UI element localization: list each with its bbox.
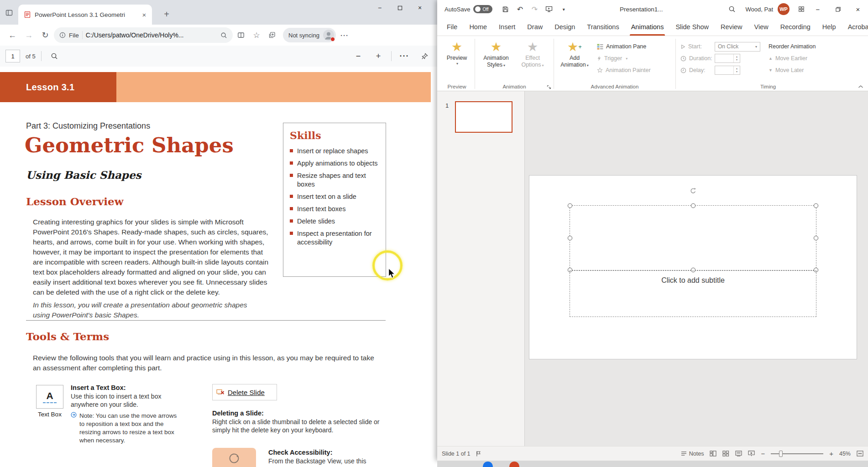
taskbar-powerpoint-icon[interactable] — [509, 462, 519, 467]
slide-sorter-view-icon[interactable] — [722, 451, 729, 457]
slideshow-view-icon[interactable] — [748, 451, 755, 457]
tab-insert[interactable]: Insert — [493, 18, 521, 36]
tab-review[interactable]: Review — [715, 18, 748, 36]
slide-thumbnail[interactable] — [455, 101, 512, 133]
zoom-out-icon[interactable]: − — [351, 49, 366, 63]
preview-button[interactable]: ★ Preview ▾ — [440, 37, 474, 66]
tab-help[interactable]: Help — [816, 18, 842, 36]
animation-dialog-launcher-icon[interactable] — [547, 85, 551, 89]
zoom-slider[interactable] — [771, 453, 823, 454]
ppt-close-button[interactable]: × — [848, 0, 868, 18]
grid-icon[interactable] — [795, 3, 808, 16]
animation-pane-button[interactable]: Animation Pane — [597, 41, 651, 52]
check-accessibility-body: From the Backstage View, use this — [268, 457, 391, 465]
delay-spinner[interactable]: ▴▾ — [715, 66, 740, 75]
pdf-more-options-icon[interactable]: ··· — [397, 49, 412, 63]
slide[interactable]: Click to add subtitle — [529, 175, 857, 359]
tab-draw[interactable]: Draw — [521, 18, 549, 36]
document-title-label: Presentation1... — [620, 0, 663, 18]
fit-slide-to-window-icon[interactable] — [857, 451, 863, 457]
animation-painter-button[interactable]: Animation Painter — [597, 64, 651, 76]
browser-minimize-button[interactable]: − — [370, 1, 390, 15]
undo-icon[interactable]: ↶ — [513, 3, 526, 16]
duration-row: Duration: ▴▾ — [680, 52, 760, 64]
rotate-handle-icon[interactable] — [690, 187, 696, 194]
resize-handle[interactable] — [568, 236, 572, 240]
resize-handle[interactable] — [814, 203, 818, 208]
profile-button[interactable]: Not syncing — [283, 28, 336, 42]
browser-tab[interactable]: PowerPoint Lesson 3.1 Geometri × — [18, 5, 152, 25]
zoom-slider-thumb[interactable] — [779, 451, 783, 457]
favorites-icon[interactable]: ☆ — [249, 28, 264, 42]
browser-menu-icon[interactable]: ··· — [337, 27, 352, 43]
user-avatar[interactable]: WP — [778, 3, 790, 15]
tab-view[interactable]: View — [748, 18, 774, 36]
start-slideshow-icon[interactable] — [543, 3, 555, 16]
add-animation-chevron-icon: ▾ — [587, 63, 589, 67]
animations-ribbon: ★ Preview ▾ Preview ★ Animation Styles▾ … — [437, 36, 868, 91]
ppt-title-bar: AutoSave Off ↶ ↷ ▾ Presentation1... — [437, 0, 868, 18]
vertical-tabs-icon[interactable] — [4, 7, 15, 18]
info-icon[interactable] — [59, 32, 66, 38]
zoom-in-icon[interactable]: + — [371, 49, 386, 63]
effect-options-button[interactable]: ★ Effect Options▾ — [514, 37, 551, 69]
start-dropdown[interactable]: On Click ▾ — [715, 42, 760, 52]
pdf-search-icon[interactable] — [47, 49, 62, 63]
tab-recording[interactable]: Recording — [774, 18, 816, 36]
autosave-toggle[interactable]: AutoSave Off — [444, 5, 492, 13]
tab-home[interactable]: Home — [463, 18, 493, 36]
pin-toolbar-icon[interactable] — [417, 49, 432, 63]
taskbar-edge-icon[interactable] — [483, 462, 493, 467]
autosave-state: Off — [482, 7, 488, 12]
browser-close-button[interactable]: × — [410, 1, 430, 15]
add-animation-button[interactable]: ★+ Add Animation▾ — [555, 37, 594, 69]
tab-file[interactable]: File — [441, 18, 463, 36]
search-icon[interactable] — [726, 3, 738, 16]
collapse-ribbon-icon[interactable] — [858, 85, 863, 88]
tab-transitions[interactable]: Transitions — [581, 18, 625, 36]
ppt-restore-button[interactable] — [828, 0, 848, 18]
tab-animations[interactable]: Animations — [625, 18, 670, 36]
customize-qat-chevron-icon[interactable]: ▾ — [557, 3, 570, 16]
ppt-minimize-button[interactable]: − — [808, 0, 828, 18]
animation-styles-button[interactable]: ★ Animation Styles▾ — [478, 37, 514, 69]
resize-handle[interactable] — [691, 203, 695, 208]
move-earlier-button[interactable]: ▲ Move Earlier — [769, 52, 816, 64]
redo-icon[interactable]: ↷ — [528, 3, 541, 16]
accessibility-flag-icon[interactable] — [476, 451, 481, 457]
trigger-button[interactable]: Trigger ▾ — [597, 52, 651, 64]
zoom-in-button[interactable]: + — [829, 450, 833, 457]
slide-canvas: Click to add subtitle — [525, 91, 868, 446]
title-placeholder[interactable] — [570, 205, 816, 270]
zoom-icon[interactable] — [220, 32, 227, 39]
subtitle-placeholder[interactable]: Click to add subtitle — [570, 270, 816, 317]
forward-icon[interactable]: → — [21, 27, 37, 43]
address-field[interactable]: File C:/Users/patwo/OneDrive/Holy%... — [54, 27, 233, 43]
user-name-label[interactable]: Wood, Pat — [746, 6, 773, 13]
normal-view-icon[interactable] — [710, 451, 716, 457]
save-icon[interactable] — [499, 3, 512, 16]
duration-spinner[interactable]: ▴▾ — [715, 54, 740, 63]
tab-slide-show[interactable]: Slide Show — [669, 18, 715, 36]
tab-acrobat[interactable]: Acrobat — [842, 18, 868, 36]
new-tab-button[interactable]: + — [161, 8, 173, 20]
zoom-out-button[interactable]: − — [761, 450, 765, 457]
autosave-switch[interactable]: Off — [473, 5, 492, 13]
reading-view-icon[interactable] — [735, 451, 742, 457]
pdf-page-input[interactable]: 1 — [5, 50, 20, 62]
close-tab-icon[interactable]: × — [140, 10, 148, 19]
sync-paused-badge — [330, 37, 335, 42]
resize-handle[interactable] — [814, 236, 818, 240]
collections-icon[interactable] — [265, 28, 279, 42]
check-accessibility-tool-image — [212, 448, 256, 467]
pdf-favicon-icon — [24, 11, 31, 18]
split-screen-icon[interactable] — [234, 28, 248, 42]
refresh-icon[interactable]: ↻ — [37, 27, 53, 43]
notes-button[interactable]: Notes — [681, 451, 704, 457]
browser-maximize-button[interactable] — [390, 1, 410, 15]
tab-design[interactable]: Design — [549, 18, 581, 36]
zoom-level-label[interactable]: 45% — [839, 451, 851, 457]
back-icon[interactable]: ← — [5, 27, 20, 43]
move-later-button[interactable]: ▼ Move Later — [769, 64, 816, 76]
resize-handle[interactable] — [568, 203, 572, 208]
